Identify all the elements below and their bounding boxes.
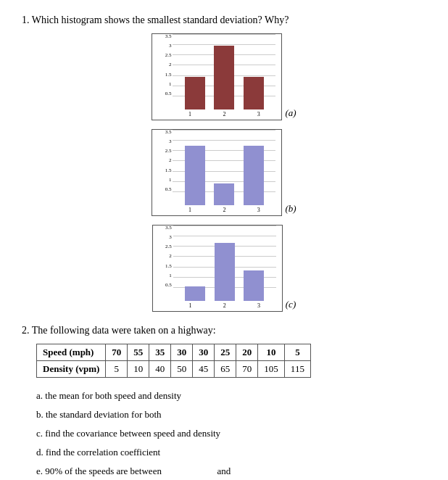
chart-a: 3.5 3 2.5 2 1.5 1 0.5 (152, 33, 282, 120)
charts-container: 3.5 3 2.5 2 1.5 1 0.5 (22, 33, 426, 312)
chart-a-bar-3 (244, 77, 264, 109)
question-2: 2. The following data were taken on a hi… (22, 325, 426, 480)
table-speed-6: 25 (215, 344, 236, 361)
blank-2 (233, 462, 283, 480)
chart-a-y-labels: 3.5 3 2.5 2 1.5 1 0.5 (154, 34, 171, 96)
table-speed-4: 30 (171, 344, 193, 361)
table-density-3: 40 (149, 361, 171, 378)
sub-q-c: c. find the covariance between speed and… (36, 424, 426, 443)
table-speed-5: 30 (193, 344, 215, 361)
chart-b-bars (173, 130, 275, 205)
table-density-8: 105 (258, 361, 285, 378)
table-speed-3: 35 (149, 344, 171, 361)
chart-b-wrapper: 3.5 3 2.5 2 1.5 1 0.5 (152, 129, 296, 216)
chart-b-label: (b) (285, 203, 296, 216)
chart-a-wrapper: 3.5 3 2.5 2 1.5 1 0.5 (152, 33, 296, 120)
chart-b: 3.5 3 2.5 2 1.5 1 0.5 (152, 129, 282, 216)
q2-text: 2. The following data were taken on a hi… (22, 325, 426, 336)
chart-c-bar-1 (185, 286, 205, 301)
table-density-9: 115 (284, 361, 310, 378)
data-table: Speed (mph) 70 55 35 30 30 25 20 10 5 De… (36, 344, 311, 378)
chart-a-label: (a) (285, 107, 296, 120)
blank-1 (164, 462, 215, 480)
chart-a-xlabels: 1 2 3 (152, 109, 281, 120)
table-row-density: Density (vpm) 5 10 40 50 45 65 70 105 11… (37, 361, 311, 378)
table-density-6: 65 (215, 361, 236, 378)
chart-c-xlabels: 1 2 3 (153, 301, 282, 311)
table-density-4: 50 (171, 361, 193, 378)
table-header-density: Density (vpm) (37, 361, 106, 378)
table-density-5: 45 (193, 361, 215, 378)
table-speed-2: 55 (128, 344, 149, 361)
question-1: 1. Which histogram shows the smallest st… (22, 15, 426, 312)
sub-q-e: e. 90% of the speeds are between and (36, 462, 426, 480)
table-row-speed: Speed (mph) 70 55 35 30 30 25 20 10 5 (37, 344, 311, 361)
chart-a-bar-2 (214, 46, 234, 109)
chart-c-label: (c) (286, 299, 296, 312)
chart-a-bars (173, 34, 275, 109)
chart-b-y-labels: 3.5 3 2.5 2 1.5 1 0.5 (154, 130, 171, 192)
chart-b-xlabels: 1 2 3 (152, 205, 281, 215)
sub-q-d: d. find the correlation coefficient (36, 443, 426, 462)
chart-b-bar-2 (214, 183, 234, 205)
sub-q-b: b. the standard deviation for both (36, 405, 426, 424)
table-speed-8: 10 (258, 344, 285, 361)
chart-c-wrapper: 3.5 3 2.5 2 1.5 1 0.5 (152, 225, 296, 312)
chart-c-bars (173, 225, 276, 301)
table-density-1: 5 (106, 361, 128, 378)
chart-a-bar-1 (185, 77, 205, 109)
chart-b-bar-1 (185, 146, 205, 205)
chart-c-bar-2 (215, 243, 235, 301)
table-speed-9: 5 (284, 344, 310, 361)
table-speed-1: 70 (106, 344, 128, 361)
table-density-2: 10 (128, 361, 149, 378)
q1-text: 1. Which histogram shows the smallest st… (22, 15, 426, 26)
sub-q-a: a. the mean for both speed and density (36, 386, 426, 405)
table-speed-7: 20 (236, 344, 258, 361)
chart-c-bar-3 (244, 270, 264, 301)
sub-questions: a. the mean for both speed and density b… (36, 386, 426, 480)
chart-c: 3.5 3 2.5 2 1.5 1 0.5 (152, 225, 283, 312)
chart-b-bar-3 (244, 146, 264, 205)
chart-c-y-labels: 3.5 3 2.5 2 1.5 1 0.5 (154, 225, 172, 288)
table-header-speed: Speed (mph) (37, 344, 106, 361)
table-density-7: 70 (236, 361, 258, 378)
